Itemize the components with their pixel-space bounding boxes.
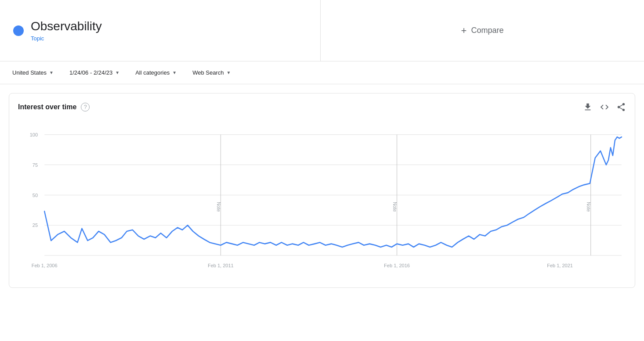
search-term-dot: [13, 25, 24, 36]
x-label-2016: Feb 1, 2016: [384, 262, 410, 268]
embed-button[interactable]: [600, 102, 609, 112]
date-label: 1/24/06 - 2/24/23: [69, 69, 112, 76]
region-dropdown-arrow: ▼: [49, 70, 54, 75]
date-filter[interactable]: 1/24/06 - 2/24/23 ▼: [66, 68, 123, 78]
share-button[interactable]: [616, 102, 626, 112]
region-filter[interactable]: United States ▼: [9, 68, 57, 78]
compare-area[interactable]: + Compare: [321, 0, 644, 61]
term-type: Topic: [31, 35, 102, 42]
x-label-2021: Feb 1, 2021: [547, 262, 573, 268]
y-label-75: 75: [33, 162, 38, 168]
plus-icon: +: [461, 25, 467, 36]
categories-dropdown-arrow: ▼: [172, 70, 177, 75]
note-text-1: Note: [216, 202, 221, 212]
top-section: Observability Topic + Compare: [0, 0, 644, 61]
search-term-area: Observability Topic: [0, 0, 321, 61]
chart-actions: [583, 102, 626, 112]
compare-label: Compare: [471, 26, 503, 35]
categories-filter[interactable]: All categories ▼: [132, 68, 180, 78]
region-label: United States: [12, 69, 47, 76]
download-button[interactable]: [583, 102, 593, 112]
chart-header: Interest over time ?: [18, 102, 626, 112]
date-dropdown-arrow: ▼: [115, 70, 119, 75]
chart-container: 100 75 50 25 Note Note Note Feb 1, 2006 …: [18, 121, 626, 279]
y-label-50: 50: [33, 192, 38, 197]
search-type-filter[interactable]: Web Search ▼: [189, 68, 234, 78]
x-label-2006: Feb 1, 2006: [32, 262, 58, 268]
filters-bar: United States ▼ 1/24/06 - 2/24/23 ▼ All …: [0, 61, 644, 84]
y-label-100: 100: [30, 132, 38, 137]
search-type-dropdown-arrow: ▼: [226, 70, 231, 75]
compare-button[interactable]: + Compare: [461, 25, 504, 36]
x-label-2011: Feb 1, 2011: [208, 262, 234, 268]
term-name: Observability: [31, 19, 102, 33]
chart-section: Interest over time ?: [9, 93, 635, 288]
categories-label: All categories: [135, 69, 170, 76]
note-text-2: Note: [392, 202, 397, 212]
trend-polyline: [44, 137, 622, 247]
help-icon[interactable]: ?: [81, 103, 90, 111]
note-text-3: Note: [586, 202, 591, 212]
term-info: Observability Topic: [31, 19, 102, 42]
y-label-25: 25: [33, 223, 38, 228]
chart-title: Interest over time: [18, 103, 76, 111]
trend-chart: 100 75 50 25 Note Note Note Feb 1, 2006 …: [18, 121, 626, 279]
search-type-label: Web Search: [192, 69, 224, 76]
chart-title-area: Interest over time ?: [18, 103, 90, 111]
